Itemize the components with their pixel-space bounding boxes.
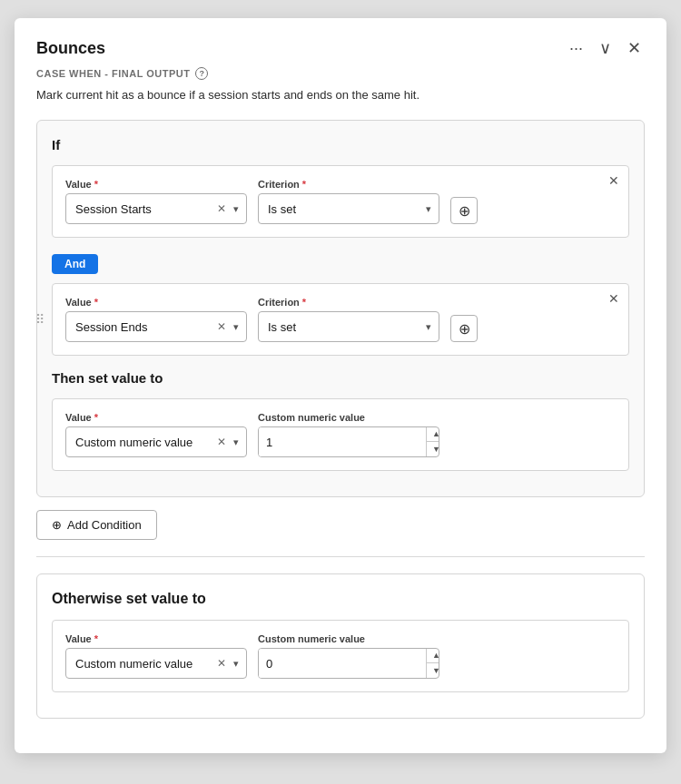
- then-numeric-label: Custom numeric value: [258, 412, 439, 423]
- condition-1-value-clear[interactable]: ✕: [215, 202, 228, 215]
- otherwise-numeric-wrapper: ▲ ▼: [258, 648, 439, 679]
- condition-2-criterion-text: Is set: [268, 320, 420, 334]
- required-star-1: *: [94, 179, 98, 190]
- if-block: If ✕ Value * Session Starts ✕ ▾: [36, 120, 645, 497]
- condition-2-criterion-chevron[interactable]: ▾: [424, 321, 433, 333]
- condition-1-value-label: Value *: [65, 179, 247, 190]
- otherwise-value-select[interactable]: Custom numeric value ✕ ▾: [65, 648, 247, 679]
- otherwise-numeric-group: Custom numeric value ▲ ▼: [258, 633, 439, 679]
- required-star-then: *: [94, 412, 98, 423]
- condition-2-criterion-label: Criterion *: [258, 297, 439, 308]
- condition-1-criterion-group: Criterion * Is set ▾: [258, 179, 439, 224]
- close-icon-1: ✕: [608, 173, 619, 188]
- more-button[interactable]: ···: [566, 37, 587, 60]
- otherwise-fields: Value * Custom numeric value ✕ ▾ Custom …: [65, 633, 616, 679]
- plus-circle-icon: ⊕: [52, 518, 62, 532]
- otherwise-value-text: Custom numeric value: [75, 657, 212, 671]
- divider: [36, 556, 645, 557]
- header-actions: ··· ∨ ✕: [566, 36, 645, 60]
- more-icon: ···: [569, 39, 583, 58]
- condition-2-value-text: Session Ends: [75, 320, 212, 334]
- otherwise-numeric-down[interactable]: ▼: [427, 663, 439, 679]
- required-star-crit-2: *: [302, 297, 306, 308]
- plus-icon-2: ⊕: [459, 320, 470, 338]
- condition-row-1: ✕ Value * Session Starts ✕ ▾ Cri: [52, 165, 629, 238]
- case-label: CASE WHEN - FINAL OUTPUT ?: [36, 67, 645, 80]
- otherwise-value-label: Value *: [65, 633, 247, 644]
- otherwise-numeric-label: Custom numeric value: [258, 633, 439, 644]
- condition-1-value-chevron[interactable]: ▾: [232, 203, 241, 215]
- condition-2-fields: Value * Session Ends ✕ ▾ Criterion *: [65, 297, 616, 342]
- modal: Bounces ··· ∨ ✕ CASE WHEN - FINAL OUTPUT…: [15, 18, 666, 753]
- condition-1-value-select[interactable]: Session Starts ✕ ▾: [65, 193, 247, 224]
- chevron-down-icon: ∨: [599, 38, 611, 58]
- then-value-text: Custom numeric value: [75, 436, 212, 449]
- then-value-label: Value *: [65, 412, 247, 423]
- then-fields: Value * Custom numeric value ✕ ▾ Custom …: [65, 412, 616, 457]
- otherwise-value-group: Value * Custom numeric value ✕ ▾: [65, 633, 247, 679]
- modal-header: Bounces ··· ∨ ✕: [36, 36, 645, 60]
- close-icon: ✕: [627, 38, 641, 58]
- required-star-2: *: [94, 297, 98, 308]
- and-badge: And: [52, 254, 98, 274]
- drag-handle-2[interactable]: ⠿: [35, 312, 44, 327]
- if-title: If: [52, 137, 629, 152]
- help-icon[interactable]: ?: [195, 67, 208, 80]
- then-value-row: Value * Custom numeric value ✕ ▾ Custom …: [52, 398, 629, 471]
- otherwise-value-clear[interactable]: ✕: [215, 657, 228, 670]
- otherwise-numeric-up[interactable]: ▲: [427, 648, 439, 663]
- plus-icon-1: ⊕: [459, 202, 470, 220]
- condition-1-fields: Value * Session Starts ✕ ▾ Criterion *: [65, 179, 616, 224]
- condition-2-criterion-group: Criterion * Is set ▾: [258, 297, 439, 342]
- close-button[interactable]: ✕: [624, 36, 645, 60]
- required-star-otherwise: *: [94, 633, 98, 644]
- then-numeric-wrapper: ▲ ▼: [258, 426, 439, 457]
- condition-1-value-text: Session Starts: [75, 202, 212, 216]
- otherwise-numeric-arrows: ▲ ▼: [426, 648, 439, 679]
- condition-1-criterion-text: Is set: [268, 202, 420, 216]
- otherwise-block: Otherwise set value to Value * Custom nu…: [36, 573, 645, 719]
- modal-title: Bounces: [36, 39, 105, 58]
- condition-row-2-wrapper: ⠿ ✕ Value * Session Ends ✕ ▾: [52, 283, 629, 356]
- then-numeric-input[interactable]: [259, 427, 426, 456]
- condition-2-criterion-select[interactable]: Is set ▾: [258, 311, 439, 342]
- condition-row-2: ✕ Value * Session Ends ✕ ▾: [52, 283, 629, 356]
- condition-1-criterion-select[interactable]: Is set ▾: [258, 193, 439, 224]
- then-value-select[interactable]: Custom numeric value ✕ ▾: [65, 426, 247, 457]
- then-value-group: Value * Custom numeric value ✕ ▾: [65, 412, 247, 457]
- required-star-crit-1: *: [302, 179, 306, 190]
- description: Mark current hit as a bounce if a sessio…: [36, 87, 645, 103]
- then-section: Then set value to Value * Custom numeric…: [52, 370, 629, 471]
- then-numeric-up[interactable]: ▲: [427, 426, 439, 442]
- condition-2-close-button[interactable]: ✕: [608, 291, 619, 306]
- condition-2-add-row-button[interactable]: ⊕: [450, 315, 478, 342]
- condition-2-value-chevron[interactable]: ▾: [232, 321, 241, 333]
- then-numeric-down[interactable]: ▼: [427, 442, 439, 457]
- condition-1-add-row-button[interactable]: ⊕: [450, 197, 478, 224]
- condition-2-value-clear[interactable]: ✕: [215, 320, 228, 333]
- then-value-clear[interactable]: ✕: [215, 436, 228, 448]
- condition-2-value-group: Value * Session Ends ✕ ▾: [65, 297, 247, 342]
- collapse-button[interactable]: ∨: [596, 36, 615, 60]
- then-numeric-arrows: ▲ ▼: [426, 426, 439, 457]
- otherwise-value-row: Value * Custom numeric value ✕ ▾ Custom …: [52, 620, 629, 692]
- then-numeric-group: Custom numeric value ▲ ▼: [258, 412, 439, 457]
- condition-2-value-label: Value *: [65, 297, 247, 308]
- otherwise-title: Otherwise set value to: [52, 591, 629, 607]
- then-title: Then set value to: [52, 370, 629, 386]
- condition-1-criterion-chevron[interactable]: ▾: [424, 203, 433, 215]
- condition-1-value-group: Value * Session Starts ✕ ▾: [65, 179, 247, 224]
- condition-2-value-select[interactable]: Session Ends ✕ ▾: [65, 311, 247, 342]
- close-icon-2: ✕: [608, 291, 619, 306]
- otherwise-numeric-input[interactable]: [259, 649, 426, 678]
- then-value-chevron[interactable]: ▾: [232, 436, 241, 448]
- condition-1-close-button[interactable]: ✕: [608, 173, 619, 188]
- otherwise-value-chevron[interactable]: ▾: [232, 658, 241, 670]
- condition-1-criterion-label: Criterion *: [258, 179, 439, 190]
- add-condition-button[interactable]: ⊕ Add Condition: [36, 510, 157, 540]
